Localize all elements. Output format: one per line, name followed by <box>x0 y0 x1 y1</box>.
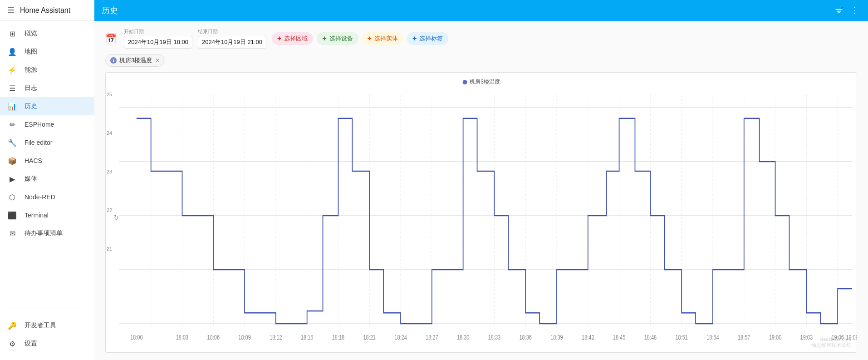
filter-chip-area[interactable]: +选择区域 <box>272 32 313 45</box>
svg-text:18:24: 18:24 <box>394 333 407 341</box>
entity-chips-row: 🌡 机房3楼温度 × <box>105 54 857 67</box>
sidebar-item-energy[interactable]: ⚡能源 <box>0 61 94 79</box>
chart-legend: 机房3楼温度 <box>462 78 500 86</box>
filter-row: 📅 开始日期 2024年10月19日 18:00 结束日期 2024年10月19… <box>105 28 857 49</box>
svg-line-0 <box>841 7 843 9</box>
topbar-actions: ⋮ <box>833 4 861 17</box>
chip-plus-icon: + <box>412 35 417 43</box>
filter-chips: +选择区域+选择设备+选择实体+选择标签 <box>272 32 448 45</box>
sidebar-title: Home Assistant <box>20 6 70 15</box>
svg-text:18:03: 18:03 <box>176 333 188 341</box>
svg-text:↻: ↻ <box>114 213 119 222</box>
sidebar-item-media[interactable]: ▶媒体 <box>0 170 94 188</box>
sidebar-item-hacs[interactable]: 📦HACS <box>0 152 94 170</box>
sidebar-item-label: 能源 <box>25 66 37 74</box>
svg-text:18:27: 18:27 <box>426 333 438 341</box>
log-icon: ☰ <box>7 84 17 93</box>
sidebar-item-label: 设置 <box>25 340 37 348</box>
sidebar-item-log[interactable]: ☰日志 <box>0 79 94 97</box>
sidebar-item-file_editor[interactable]: 🔧File editor <box>0 133 94 152</box>
end-date-value[interactable]: 2024年10月19日 21:00 <box>198 36 266 49</box>
sidebar-bottom: 🔑开发者工具⚙设置 <box>0 313 94 360</box>
filter-chip-tag[interactable]: +选择标签 <box>407 32 448 45</box>
svg-text:18:48: 18:48 <box>644 333 657 341</box>
sidebar-item-label: 概览 <box>25 30 37 38</box>
sidebar-item-node_red[interactable]: ⬡Node-RED <box>0 188 94 206</box>
sidebar: ☰ Home Assistant ⊞概览👤地图⚡能源☰日志📊历史✏ESPHome… <box>0 0 94 360</box>
chip-label: 选择标签 <box>419 35 443 43</box>
sidebar-item-label: Terminal <box>25 212 49 219</box>
watermark-line2: 瀚思彼岸技术论坛 <box>811 342 851 349</box>
svg-text:18:57: 18:57 <box>738 333 750 341</box>
svg-text:19:00: 19:00 <box>769 333 781 341</box>
svg-text:18:18: 18:18 <box>332 333 344 341</box>
main: 历史 ⋮ 📅 开始日期 2024年10月19日 18:00 结束日期 2024年… <box>94 0 868 360</box>
overview-icon: ⊞ <box>7 30 17 38</box>
chip-plus-icon: + <box>322 35 326 43</box>
history-icon: 📊 <box>7 102 17 111</box>
esphome-icon: ✏ <box>7 120 17 129</box>
node_red-icon: ⬡ <box>7 193 17 202</box>
hacs-icon: 📦 <box>7 157 17 165</box>
sidebar-item-label: 待办事项清单 <box>25 229 63 237</box>
sidebar-item-overview[interactable]: ⊞概览 <box>0 25 94 43</box>
y-label-21: 21 <box>107 246 112 252</box>
watermark: Hassbian.com 瀚思彼岸技术论坛 <box>811 336 851 349</box>
watermark-line1: Hassbian.com <box>811 336 851 342</box>
end-date-field: 结束日期 2024年10月19日 21:00 <box>198 28 266 49</box>
svg-text:18:09: 18:09 <box>238 333 250 341</box>
file_editor-icon: 🔧 <box>7 138 17 147</box>
y-label-24: 24 <box>107 130 112 136</box>
svg-text:18:42: 18:42 <box>582 333 594 341</box>
chip-label: 选择区域 <box>284 35 308 43</box>
chart-container: 机房3楼温度 25 24 23 22 21 <box>105 72 857 353</box>
sidebar-item-label: 历史 <box>25 102 37 110</box>
sidebar-item-label: 地图 <box>25 48 37 56</box>
start-date-label: 开始日期 <box>124 28 192 35</box>
sidebar-item-esphome[interactable]: ✏ESPHome <box>0 115 94 133</box>
sidebar-item-label: HACS <box>25 157 42 164</box>
svg-text:18:15: 18:15 <box>301 333 313 341</box>
chart-svg: 18:00 18:03 18:06 18:09 18:12 18:15 18:1… <box>106 73 857 352</box>
sidebar-item-map[interactable]: 👤地图 <box>0 43 94 61</box>
sidebar-item-history[interactable]: 📊历史 <box>0 97 94 115</box>
svg-text:18:21: 18:21 <box>363 333 376 341</box>
filter-chip-device[interactable]: +选择设备 <box>317 32 358 45</box>
sidebar-item-label: Node-RED <box>25 193 55 201</box>
energy-icon: ⚡ <box>7 66 17 74</box>
svg-text:18:39: 18:39 <box>550 333 563 341</box>
svg-text:18:00: 18:00 <box>130 333 142 341</box>
filter-chip-entity[interactable]: +选择实体 <box>362 32 403 45</box>
chip-label: 选择设备 <box>329 35 353 43</box>
svg-text:18:33: 18:33 <box>488 333 500 341</box>
page-title: 历史 <box>102 5 118 16</box>
entity-chip-close[interactable]: × <box>156 57 159 64</box>
chip-label: 选择实体 <box>374 35 398 43</box>
filter-icon[interactable] <box>833 4 845 17</box>
sidebar-item-label: File editor <box>25 139 52 146</box>
sidebar-item-terminal[interactable]: ⬛Terminal <box>0 206 94 224</box>
chip-plus-icon: + <box>368 35 372 43</box>
sidebar-item-developer_tools[interactable]: 🔑开发者工具 <box>0 316 94 335</box>
sidebar-item-label: 开发者工具 <box>25 321 56 330</box>
sidebar-nav: ⊞概览👤地图⚡能源☰日志📊历史✏ESPHome🔧File editor📦HACS… <box>0 21 94 305</box>
svg-text:18:30: 18:30 <box>457 333 469 341</box>
legend-label: 机房3楼温度 <box>470 78 500 86</box>
sidebar-header: ☰ Home Assistant <box>0 0 94 21</box>
todo-icon: ✉ <box>7 229 17 238</box>
sidebar-item-label: ESPHome <box>25 121 54 128</box>
content: 📅 开始日期 2024年10月19日 18:00 结束日期 2024年10月19… <box>94 21 868 360</box>
calendar-icon[interactable]: 📅 <box>105 33 117 44</box>
start-date-value[interactable]: 2024年10月19日 18:00 <box>124 36 192 49</box>
svg-text:18:36: 18:36 <box>519 333 531 341</box>
selected-entity-chip: 🌡 机房3楼温度 × <box>105 54 164 67</box>
entity-chip-name: 机房3楼温度 <box>119 56 152 64</box>
sidebar-item-settings[interactable]: ⚙设置 <box>0 335 94 353</box>
y-label-25: 25 <box>107 92 112 97</box>
legend-dot <box>462 80 467 84</box>
y-label-22: 22 <box>107 207 112 213</box>
sidebar-item-todo[interactable]: ✉待办事项清单 <box>0 224 94 242</box>
menu-icon[interactable]: ☰ <box>7 5 15 15</box>
topbar: 历史 ⋮ <box>94 0 868 21</box>
more-options-button[interactable]: ⋮ <box>849 4 861 17</box>
